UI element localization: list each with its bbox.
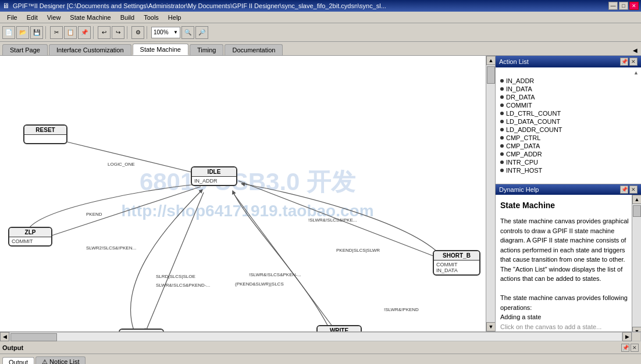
action-item-intr_cpu[interactable]: INTR_CPU [498,158,639,166]
dynamic-help-close-button[interactable]: ✕ [629,185,638,194]
zoom-out-button[interactable]: 🔎 [195,26,208,39]
action-item-bullet [500,128,504,131]
scroll-down-button[interactable]: ▼ [486,322,496,331]
action-list-panel: Action List 📌 ✕ ▲IN_ADDRIN_DATADR_DATACO… [496,56,641,184]
help-scrollbar[interactable]: ▲ ▼ [632,195,641,331]
action-list-close-button[interactable]: ✕ [629,58,638,66]
close-button[interactable]: ✕ [629,2,639,10]
state-zlp-title: ZLP [9,228,51,237]
tab-state-machine[interactable]: State Machine [133,44,188,55]
action-item-label: COMMIT [506,102,532,109]
scroll-track-v[interactable] [486,65,495,322]
action-item-in_addr[interactable]: IN_ADDR [498,77,639,85]
action-item-bullet [500,79,504,83]
menu-item-help[interactable]: Help [163,13,186,22]
menu-item-view[interactable]: View [42,13,66,22]
canvas-area[interactable]: 68013 USB3.0 开发 http://shop64171919.taob… [0,56,496,331]
trans-slwr2: SLWR2!SLCS&!PKEN... [86,245,136,251]
action-item-cmp_data[interactable]: CMP_DATA [498,142,639,150]
h-scroll-thumb[interactable] [10,333,57,341]
output-tab-notice-extra: List [69,358,79,364]
menu-item-edit[interactable]: Edit [22,13,42,22]
action-item-commit[interactable]: COMMIT [498,101,639,109]
action-item-label: LD_ADDR_COUNT [506,126,562,133]
scroll-thumb-v[interactable] [487,66,495,84]
action-item-ld_ctrl_count[interactable]: LD_CTRL_COUNT [498,109,639,117]
menu-item-build[interactable]: Build [116,13,139,22]
state-reset[interactable]: RESET [23,124,67,144]
trans-pkend: PKEND [86,212,102,217]
undo-button[interactable]: ↩ [98,26,111,39]
action-item-ld_data_count[interactable]: LD_DATA_COUNT [498,117,639,126]
save-button[interactable]: 💾 [30,26,43,39]
trans-islwr-pken: !SLWR&!SLCS&PKEN-... [249,272,301,277]
menu-item-state machine[interactable]: State Machine [65,13,115,22]
action-item-in_data[interactable]: IN_DATA [498,85,639,93]
zoom-combo[interactable]: 100% ▼ [151,27,180,38]
help-scroll-track[interactable] [632,204,641,327]
action-list-pin-button[interactable]: 📌 [620,58,628,66]
output-tab-output[interactable]: Output [2,357,34,364]
output-tab-notice-label: Notice [49,358,67,364]
cut-button[interactable]: ✂ [50,26,63,39]
state-write[interactable]: WRITE IN_DATA [316,325,362,331]
open-button[interactable]: 📂 [16,26,29,39]
copy-button[interactable]: 📋 [64,26,77,39]
window-controls: — □ ✕ [608,2,639,10]
state-idle[interactable]: IDLE IN_ADDR [191,166,237,186]
tab-bar-collapse-arrow[interactable]: ◀ [629,45,641,55]
help-scroll-thumb[interactable] [633,205,641,217]
help-text: The state machine canvas provides graphi… [500,216,636,284]
zoom-value: 100% [154,29,169,35]
action-item-dr_data[interactable]: DR_DATA [498,93,639,101]
action-item-ld_addr_count[interactable]: LD_ADDR_COUNT [498,126,639,134]
zoom-in-button[interactable]: 🔍 [181,26,194,39]
state-zlp[interactable]: ZLP COMMIT [8,227,52,247]
tab-documentation[interactable]: Documentation [225,44,283,55]
action-list-title: Action List [499,58,620,65]
dynamic-help-pin-button[interactable]: 📌 [620,185,628,194]
h-scroll-right-button[interactable]: ▶ [622,332,632,341]
tab-interface-customization[interactable]: Interface Customization [49,44,131,55]
svg-line-2 [145,192,204,331]
output-pin-button[interactable]: 📌 [621,344,629,352]
state-zlp-action: COMMIT [9,237,51,245]
action-item-cmp_addr[interactable]: CMP_ADDR [498,150,639,158]
svg-line-3 [233,192,334,329]
output-close-button[interactable]: ✕ [631,344,639,352]
state-read[interactable]: READ DR_DATA [119,329,164,331]
help-section-title: State Machine [500,199,636,212]
state-short-b-action: COMMITIN_DATA [434,260,479,274]
action-item-bullet [500,112,504,115]
action-list-scroll-up[interactable]: ▲ [498,70,639,76]
minimize-button[interactable]: — [608,2,618,10]
help-scroll-up[interactable]: ▲ [632,195,641,204]
h-scroll-track[interactable] [9,332,622,341]
menu-item-tools[interactable]: Tools [139,13,163,22]
action-item-label: LD_CTRL_COUNT [506,110,561,117]
new-button[interactable]: 📄 [2,26,15,39]
state-short-b[interactable]: SHORT_B COMMITIN_DATA [433,250,480,276]
action-item-intr_host[interactable]: INTR_HOST [498,166,639,174]
h-scroll-left-button[interactable]: ◀ [0,332,9,341]
action-item-bullet [500,104,504,107]
menu-item-file[interactable]: File [2,13,22,22]
redo-button[interactable]: ↪ [112,26,124,39]
watermark-line1: 68013 USB3.0 开发 [121,165,373,199]
action-item-bullet [500,152,504,156]
output-tab-notice-list[interactable]: ⚠ Notice List [35,356,86,364]
trans-slrd: SLRD|SLCS|SLOE [156,274,195,279]
action-item-bullet [500,144,504,148]
tab-start-page[interactable]: Start Page [2,44,48,55]
tab-timing[interactable]: Timing [190,44,224,55]
maximize-button[interactable]: □ [619,2,628,10]
dynamic-help-panel: Dynamic Help 📌 ✕ State Machine The state… [496,184,641,331]
help-scroll-down[interactable]: ▼ [632,327,641,331]
main-tab-bar: Start PageInterface CustomizationState M… [0,42,641,56]
scroll-up-button[interactable]: ▲ [486,56,496,65]
trans-pkend-slwr-slcs: (PKEND&SLWR)|SLCS [235,281,284,287]
build-button[interactable]: ⚙ [131,26,144,39]
vertical-scrollbar[interactable]: ▲ ▼ [486,56,495,331]
paste-button[interactable]: 📌 [78,26,91,39]
action-item-cmp_ctrl[interactable]: CMP_CTRL [498,134,639,142]
